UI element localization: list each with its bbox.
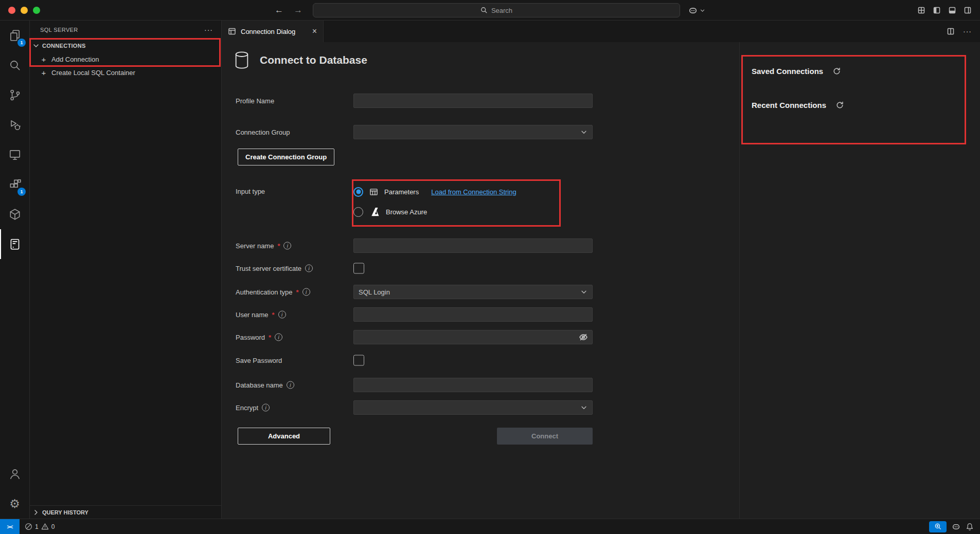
zoom-status-item[interactable]	[929, 521, 947, 532]
query-history-section-header[interactable]: QUERY HISTORY	[30, 505, 221, 519]
history-forward-button[interactable]: →	[294, 5, 302, 15]
chevron-down-icon	[580, 128, 587, 136]
activity-search[interactable]	[0, 50, 29, 80]
search-placeholder: Search	[491, 7, 512, 14]
chevron-right-icon	[32, 508, 40, 517]
split-editor-icon[interactable]	[947, 27, 955, 35]
server-name-input[interactable]	[353, 238, 593, 253]
title-bar: ← → Search	[0, 0, 980, 21]
remote-icon: ><	[7, 524, 13, 530]
history-back-button[interactable]: ←	[275, 5, 283, 15]
activity-settings[interactable]: ⚙	[0, 489, 29, 519]
minimize-window-button[interactable]	[21, 7, 28, 14]
vscode-window: ← → Search	[0, 0, 980, 534]
authentication-type-dropdown[interactable]: SQL Login	[353, 285, 593, 299]
refresh-recent-connections-icon[interactable]	[835, 101, 844, 109]
git-branch-icon	[8, 88, 22, 102]
sidebar-title: SQL SERVER	[40, 27, 78, 33]
activity-remote-explorer[interactable]	[0, 140, 29, 170]
sidebar-item-add-connection[interactable]: + Add Connection	[30, 52, 221, 66]
account-icon	[8, 467, 22, 481]
profile-name-input[interactable]	[353, 94, 593, 108]
trust-server-certificate-label: Trust server certificate	[236, 265, 313, 272]
info-icon[interactable]	[302, 288, 310, 296]
warning-icon	[41, 523, 49, 530]
parameters-icon	[369, 188, 378, 196]
error-icon	[25, 523, 32, 530]
remote-indicator[interactable]: ><	[0, 519, 20, 534]
database-name-input[interactable]	[353, 378, 593, 392]
sidebar-item-create-local-sql-container[interactable]: + Create Local SQL Container	[30, 66, 221, 79]
password-input[interactable]	[353, 330, 593, 344]
connection-group-dropdown[interactable]	[353, 125, 593, 139]
extensions-badge: 1	[17, 188, 26, 196]
tab-close-icon[interactable]: ×	[312, 27, 317, 35]
chevron-down-icon	[32, 42, 40, 50]
save-password-label: Save Password	[236, 357, 282, 364]
authentication-type-label: Authentication type *	[236, 288, 310, 296]
info-icon[interactable]	[262, 404, 270, 412]
save-password-checkbox[interactable]	[353, 355, 364, 366]
warning-count: 0	[51, 523, 55, 530]
database-icon	[235, 51, 249, 69]
activity-explorer[interactable]: 1	[0, 21, 29, 50]
status-bar: >< 1 0	[0, 519, 980, 534]
info-icon[interactable]	[275, 334, 282, 341]
notifications-bell-icon[interactable]	[966, 523, 974, 531]
activity-bar: 1	[0, 21, 30, 519]
create-connection-group-button[interactable]: Create Connection Group	[238, 149, 334, 165]
command-center-search[interactable]: Search	[313, 3, 680, 17]
activity-accounts[interactable]	[0, 459, 29, 489]
server-name-label: Server name *	[236, 242, 291, 250]
error-count: 1	[35, 523, 39, 530]
info-icon[interactable]	[305, 265, 313, 272]
encrypt-dropdown[interactable]	[353, 400, 593, 415]
connection-group-label: Connection Group	[236, 128, 290, 136]
parameters-radio[interactable]	[353, 187, 363, 197]
connections-section-header[interactable]: CONNECTIONS	[30, 39, 221, 52]
maximize-window-button[interactable]	[33, 7, 40, 14]
toggle-password-visibility-icon[interactable]	[579, 333, 588, 342]
toggle-panel-icon[interactable]	[948, 6, 956, 14]
close-window-button[interactable]	[8, 7, 15, 14]
connections-browser-panel: Saved Connections Recent Connections	[739, 42, 980, 519]
password-label: Password *	[236, 334, 282, 341]
page-title: Connect to Database	[260, 54, 367, 66]
advanced-button[interactable]: Advanced	[238, 428, 330, 445]
profile-name-label: Profile Name	[236, 97, 274, 105]
remote-explorer-icon	[8, 148, 22, 161]
sidebar-more-actions[interactable]: ···	[204, 26, 213, 34]
user-name-input[interactable]	[353, 307, 593, 322]
activity-source-control[interactable]	[0, 80, 29, 110]
cube-icon	[8, 208, 22, 221]
connect-button[interactable]: Connect	[497, 428, 593, 445]
encrypt-label: Encrypt	[236, 404, 270, 412]
required-marker: *	[277, 242, 280, 250]
info-icon[interactable]	[278, 311, 286, 319]
required-marker: *	[269, 334, 271, 341]
toggle-primary-sidebar-icon[interactable]	[933, 6, 941, 14]
tab-connection-dialog[interactable]: Connection Dialog ×	[222, 21, 324, 42]
explorer-badge: 1	[17, 39, 26, 47]
activity-containers[interactable]	[0, 199, 29, 229]
connection-dialog-form: Connect to Database Profile Name Connect…	[222, 42, 739, 519]
info-icon[interactable]	[287, 381, 294, 389]
toggle-secondary-sidebar-icon[interactable]	[964, 6, 972, 14]
azure-icon	[369, 207, 380, 217]
sql-server-icon	[8, 237, 22, 251]
refresh-saved-connections-icon[interactable]	[832, 67, 841, 76]
activity-extensions[interactable]: 1	[0, 170, 29, 199]
problems-status[interactable]: 1 0	[20, 523, 60, 530]
customize-layout-icon[interactable]	[917, 6, 925, 14]
activity-sql-server[interactable]	[0, 229, 29, 259]
info-icon[interactable]	[283, 242, 291, 250]
browse-azure-radio[interactable]	[353, 207, 363, 217]
copilot-status-icon[interactable]	[952, 522, 960, 531]
load-from-connection-string-link[interactable]: Load from Connection String	[431, 188, 516, 196]
copilot-menu[interactable]	[688, 0, 705, 21]
activity-run-debug[interactable]	[0, 110, 29, 140]
trust-server-certificate-checkbox[interactable]	[353, 263, 364, 274]
required-marker: *	[272, 311, 275, 319]
editor-more-actions[interactable]: ···	[963, 27, 972, 35]
saved-connections-header: Saved Connections	[752, 67, 823, 76]
